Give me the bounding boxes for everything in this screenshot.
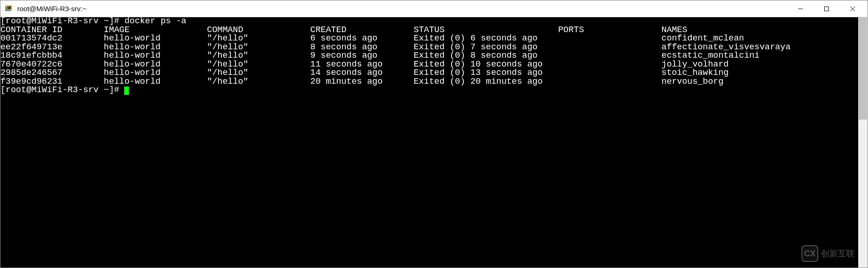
- table-row: f39e9cd96231 hello-world "/hello" 20 min…: [0, 78, 858, 87]
- maximize-icon: [824, 6, 829, 12]
- minimize-icon: [798, 6, 803, 12]
- terminal-line: [root@MiWiFi-R3-srv ~]# docker ps -a: [0, 17, 858, 26]
- window: root@MiWiFi-R3-srv:~ [root@MiWiFi-R3-srv…: [0, 0, 868, 268]
- cursor: [124, 87, 129, 95]
- maximize-button[interactable]: [814, 0, 840, 17]
- window-title: root@MiWiFi-R3-srv:~: [17, 5, 788, 13]
- terminal-prompt: [root@MiWiFi-R3-srv ~]#: [0, 86, 858, 95]
- window-controls: [788, 0, 866, 17]
- table-row: 2985de246567 hello-world "/hello" 14 sec…: [0, 69, 858, 78]
- table-row: 18c91efcbbb4 hello-world "/hello" 9 seco…: [0, 52, 858, 60]
- scrollbar[interactable]: [858, 17, 868, 268]
- scrollbar-track: [858, 17, 868, 268]
- table-row: 001713574dc2 hello-world "/hello" 6 seco…: [0, 34, 858, 43]
- svg-rect-2: [7, 6, 11, 9]
- close-icon: [850, 6, 855, 12]
- terminal-area: [root@MiWiFi-R3-srv ~]# docker ps -aCONT…: [0, 17, 868, 268]
- scrollbar-thumb[interactable]: [859, 17, 867, 120]
- titlebar[interactable]: root@MiWiFi-R3-srv:~: [0, 0, 868, 17]
- close-button[interactable]: [840, 0, 866, 17]
- app-icon: [4, 4, 13, 13]
- terminal[interactable]: [root@MiWiFi-R3-srv ~]# docker ps -aCONT…: [0, 17, 858, 268]
- svg-rect-5: [825, 7, 829, 11]
- minimize-button[interactable]: [788, 0, 814, 17]
